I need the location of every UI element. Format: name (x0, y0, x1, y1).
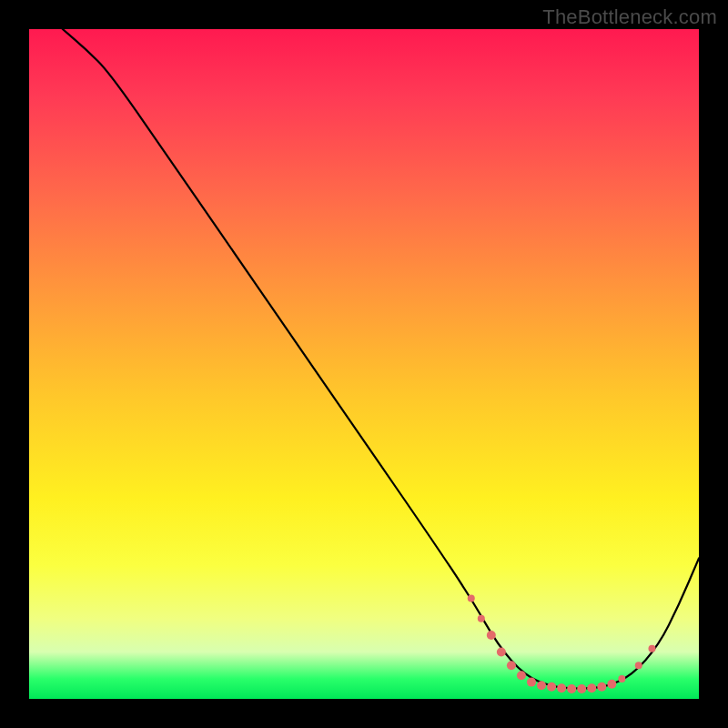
curve-marker (557, 683, 566, 693)
watermark-text: TheBottleneck.com (542, 5, 717, 29)
curve-marker (618, 675, 625, 682)
curve-marker (517, 671, 526, 680)
curve-marker (577, 684, 586, 693)
curve-marker (597, 682, 606, 692)
curve-marker (468, 595, 475, 602)
curve-marker (547, 682, 556, 692)
curve-marker (497, 647, 506, 656)
curve-marker (587, 683, 596, 693)
curve-marker (527, 678, 536, 687)
curve-marker (648, 645, 655, 652)
chart-svg (29, 29, 699, 699)
curve-marker (507, 661, 516, 670)
curve-marker (478, 615, 485, 622)
curve-marker (607, 680, 616, 689)
marker-group (468, 595, 656, 693)
chart-plot-area (29, 29, 699, 699)
bottleneck-curve (63, 29, 699, 689)
curve-marker (635, 662, 642, 669)
curve-marker (567, 684, 576, 693)
curve-marker (537, 681, 546, 690)
curve-marker (487, 631, 496, 640)
